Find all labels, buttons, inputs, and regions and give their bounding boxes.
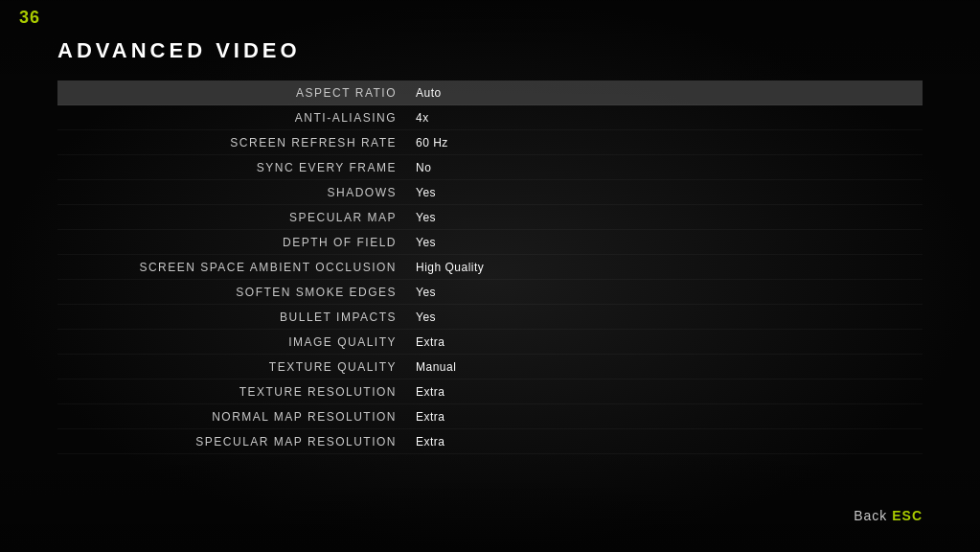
back-text: Back: [854, 508, 887, 523]
setting-label: BULLET IMPACTS: [57, 310, 412, 324]
setting-label: ANTI-ALIASING: [57, 111, 412, 125]
setting-value: Auto: [412, 86, 923, 100]
setting-row[interactable]: TEXTURE QUALITYManual: [57, 355, 923, 380]
setting-label: NORMAL MAP RESOLUTION: [57, 410, 412, 424]
setting-label: SYNC EVERY FRAME: [57, 161, 412, 174]
setting-value: Extra: [412, 385, 923, 399]
main-content: ADVANCED VIDEO ASPECT RATIOAutoANTI-ALIA…: [57, 38, 923, 454]
setting-row[interactable]: TEXTURE RESOLUTIONExtra: [57, 380, 923, 404]
fps-counter: 36: [19, 8, 40, 28]
setting-label: SOFTEN SMOKE EDGES: [57, 286, 412, 299]
setting-row[interactable]: SYNC EVERY FRAMENo: [57, 155, 923, 180]
setting-row[interactable]: IMAGE QUALITYExtra: [57, 330, 923, 355]
setting-row[interactable]: SOFTEN SMOKE EDGESYes: [57, 280, 923, 305]
setting-row[interactable]: SCREEN REFRESH RATE60 Hz: [57, 130, 923, 155]
setting-value: Yes: [412, 211, 923, 224]
setting-row[interactable]: ASPECT RATIOAuto: [57, 80, 923, 105]
setting-value: Yes: [412, 310, 923, 324]
setting-value: Yes: [412, 236, 923, 249]
setting-label: TEXTURE RESOLUTION: [57, 385, 412, 399]
setting-label: IMAGE QUALITY: [57, 335, 412, 349]
setting-label: SPECULAR MAP RESOLUTION: [57, 435, 412, 448]
setting-row[interactable]: SHADOWSYes: [57, 180, 923, 205]
setting-label: SPECULAR MAP: [57, 211, 412, 224]
setting-value: High Quality: [412, 261, 923, 274]
setting-row[interactable]: NORMAL MAP RESOLUTIONExtra: [57, 404, 923, 429]
setting-row[interactable]: DEPTH OF FIELDYes: [57, 230, 923, 255]
setting-label: SHADOWS: [57, 186, 412, 199]
setting-value: No: [412, 161, 923, 174]
setting-row[interactable]: SPECULAR MAPYes: [57, 205, 923, 230]
setting-row[interactable]: ANTI-ALIASING4x: [57, 105, 923, 130]
setting-value: Manual: [412, 360, 923, 374]
setting-value: 4x: [412, 111, 923, 125]
settings-list: ASPECT RATIOAutoANTI-ALIASING4xSCREEN RE…: [57, 80, 923, 454]
setting-label: ASPECT RATIO: [57, 86, 412, 100]
back-area: Back ESC: [854, 508, 923, 523]
setting-value: Extra: [412, 335, 923, 349]
setting-label: DEPTH OF FIELD: [57, 236, 412, 249]
setting-label: SCREEN REFRESH RATE: [57, 136, 412, 150]
setting-value: Yes: [412, 186, 923, 199]
setting-row[interactable]: SPECULAR MAP RESOLUTIONExtra: [57, 429, 923, 454]
setting-row[interactable]: BULLET IMPACTSYes: [57, 305, 923, 330]
setting-row[interactable]: SCREEN SPACE AMBIENT OCCLUSIONHigh Quali…: [57, 255, 923, 280]
setting-value: Extra: [412, 435, 923, 448]
setting-value: Yes: [412, 286, 923, 299]
setting-label: TEXTURE QUALITY: [57, 360, 412, 374]
esc-key[interactable]: ESC: [892, 508, 923, 523]
setting-value: Extra: [412, 410, 923, 424]
setting-value: 60 Hz: [412, 136, 923, 150]
page-title: ADVANCED VIDEO: [57, 38, 923, 63]
setting-label: SCREEN SPACE AMBIENT OCCLUSION: [57, 261, 412, 274]
